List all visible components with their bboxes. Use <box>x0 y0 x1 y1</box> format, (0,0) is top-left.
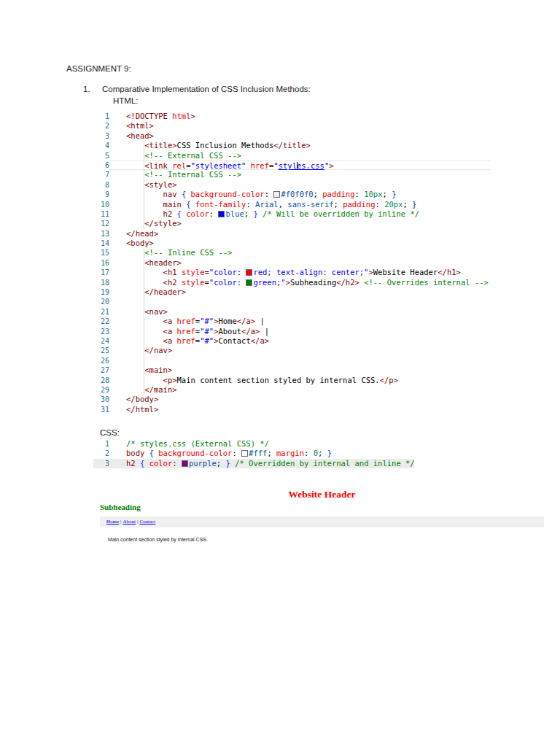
code-token <box>126 258 144 267</box>
code-line-27: 27 <main> <box>93 365 491 375</box>
code-token <box>126 385 144 394</box>
code-token: </p> <box>380 376 398 384</box>
code-token: 20px <box>384 200 402 209</box>
list-item-title: Comparative Implementation of CSS Inclus… <box>102 84 311 94</box>
code-token: Home <box>218 317 236 325</box>
line-number: 3 <box>93 131 109 141</box>
preview-link-about: About <box>123 519 136 525</box>
code-token: red; text-align: center;" <box>253 268 368 276</box>
code-token: "color: <box>209 278 246 287</box>
color-swatch <box>182 460 188 467</box>
code-token: } <box>327 449 332 457</box>
code-token: </nav> <box>144 346 172 355</box>
code-token: > <box>329 161 333 170</box>
rendered-webpage-preview: Website Header Subheading Home|About|Con… <box>100 486 544 553</box>
code-token: </header> <box>144 287 186 296</box>
code-line-23: 23 <a href="#">About</a> | <box>93 327 491 336</box>
code-token: <header> <box>144 258 182 267</box>
line-number: 19 <box>93 287 109 297</box>
code-token: href <box>251 161 269 170</box>
code-token: styl <box>279 161 297 170</box>
code-token: rel <box>172 161 186 170</box>
code-token <box>126 346 144 355</box>
code-token: padding <box>322 190 354 198</box>
code-token: Arial <box>255 200 279 209</box>
code-token: | <box>255 317 265 325</box>
line-number: 14 <box>93 239 109 248</box>
line-number: 9 <box>93 190 109 199</box>
code-token: #fff <box>249 449 267 457</box>
line-number: 28 <box>93 376 109 385</box>
line-number: 18 <box>93 278 109 287</box>
code-line-30: 30</body> <box>93 395 491 404</box>
code-token: <html> <box>126 121 154 130</box>
html-code-editor-screenshot: 1<!DOCTYPE html>2<html>3<head>4 <title>C… <box>93 112 491 415</box>
code-line-8: 8 <style> <box>93 180 491 190</box>
preview-nav-bar: Home|About|Contact <box>100 516 544 527</box>
code-token <box>126 161 144 170</box>
code-line-24: 24 <a href="#">Contact</a> <box>93 336 491 346</box>
code-token: <a <box>163 327 177 336</box>
line-number: 25 <box>93 346 109 355</box>
code-token: /* Overridden by internal and inline */ <box>235 459 415 468</box>
code-token: </a> <box>241 327 260 336</box>
preview-link-home: Home <box>106 519 119 525</box>
css-code-editor-screenshot: 1/* styles.css (External CSS) */2body { … <box>93 439 414 469</box>
code-token: <head> <box>126 131 154 140</box>
code-token: margin <box>276 449 304 457</box>
code-token: "#" <box>200 327 214 336</box>
code-token: style <box>182 278 205 287</box>
code-line-29: 29 </main> <box>93 385 491 395</box>
code-line-26: 26 <box>93 356 491 365</box>
code-line-3: 3h2 { color: purple; } /* Overridden by … <box>93 459 414 468</box>
code-token <box>126 141 144 150</box>
code-token: } <box>392 190 396 198</box>
code-token: blue <box>225 209 244 218</box>
code-token: color <box>186 209 209 218</box>
code-token: /* Will be overridden by inline */ <box>262 209 419 218</box>
color-swatch <box>218 211 225 217</box>
assignment-heading: ASSIGNMENT 9: <box>66 63 131 74</box>
code-token <box>126 219 144 228</box>
line-number: 10 <box>93 200 109 209</box>
code-token: </head> <box>126 229 158 238</box>
code-line-25: 25 </nav> <box>93 346 491 355</box>
line-number: 1 <box>93 439 109 449</box>
line-number: 21 <box>93 307 109 317</box>
line-number: 15 <box>93 248 109 258</box>
code-line-3: 3<head> <box>93 131 491 141</box>
code-token: </html> <box>126 405 158 414</box>
line-number: 26 <box>93 356 109 365</box>
code-line-7: 7 <!-- Internal CSS --> <box>93 170 491 179</box>
code-token <box>126 376 163 384</box>
code-line-5: 5 <!-- External CSS --> <box>93 151 491 160</box>
code-line-15: 15 <!-- Inline CSS --> <box>93 248 491 258</box>
code-token: href <box>177 336 195 345</box>
code-token: <link <box>144 161 172 170</box>
line-number: 8 <box>93 180 109 190</box>
code-token: #f0f0f0 <box>281 190 313 198</box>
code-token <box>126 248 144 257</box>
code-token: <!-- Inline CSS --> <box>144 248 232 257</box>
code-line-22: 22 <a href="#">Home</a> | <box>93 317 491 326</box>
line-number: 31 <box>93 405 109 414</box>
line-number: 4 <box>93 141 109 150</box>
line-number: 2 <box>93 449 109 458</box>
code-line-19: 19 </header> <box>93 287 491 297</box>
code-token: <title> <box>144 141 176 150</box>
code-line-17: 17 <h1 style="color: red; text-align: ce… <box>93 268 491 277</box>
code-line-18: 18 <h2 style="color: green;">Subheading<… <box>93 278 491 287</box>
code-token: "#" <box>200 317 214 325</box>
code-token: h2 <box>126 459 136 468</box>
code-token: /* styles.css (External CSS) */ <box>126 439 269 448</box>
code-line-13: 13</head> <box>93 229 491 239</box>
code-token: href <box>177 327 195 336</box>
indent-guide <box>144 141 144 229</box>
code-token <box>126 365 144 374</box>
code-token: <!-- External CSS --> <box>144 151 241 160</box>
list-item-number: 1. <box>83 84 90 94</box>
code-token: <style> <box>144 180 176 189</box>
code-token <box>126 200 163 209</box>
code-token: font-family <box>195 200 246 209</box>
line-number: 5 <box>93 151 109 160</box>
